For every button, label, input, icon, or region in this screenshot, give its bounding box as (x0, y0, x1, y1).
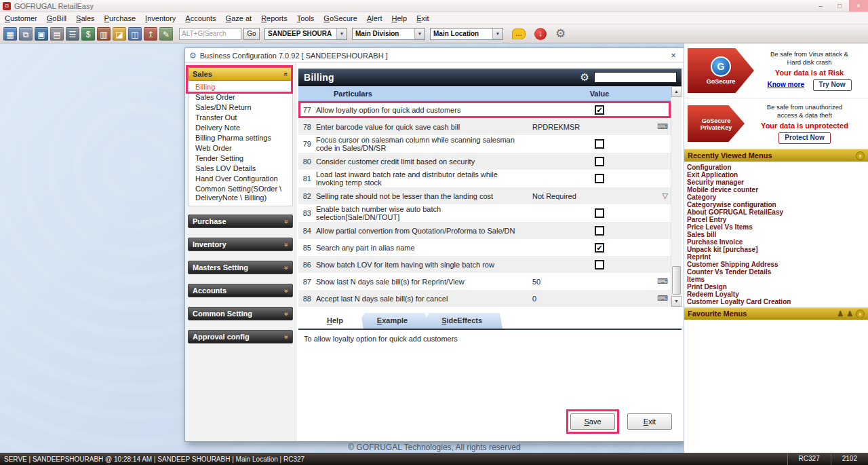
recent-menu-redeem-loyalty[interactable]: Redeem Loyalty (687, 291, 868, 298)
value-checkbox[interactable]: ✔ (595, 105, 604, 115)
menu-alert[interactable]: Alert (362, 14, 387, 22)
value-text[interactable]: 0 (528, 295, 536, 303)
value-text[interactable]: RPDREKMSR (528, 123, 580, 131)
value-text[interactable]: Not Required (528, 192, 576, 200)
tab-help[interactable]: Help (304, 313, 363, 329)
sidebar-item-tender-setting[interactable]: Tender Setting (189, 153, 292, 164)
currency-icon[interactable]: $ (81, 27, 95, 41)
know-more-link[interactable]: Know more (768, 81, 804, 88)
sales-bill-icon[interactable]: ▦ (3, 27, 17, 41)
menu-gosecure[interactable]: GoSecure (319, 14, 362, 22)
edit-icon[interactable]: ⌨ (657, 122, 668, 131)
menu-exit[interactable]: Exit (412, 14, 433, 22)
accordion-masters-setting[interactable]: Masters Setting« (188, 261, 293, 274)
sidebar-item-delivery-note[interactable]: Delivery Note (189, 123, 292, 133)
menu-tools[interactable]: Tools (292, 14, 319, 22)
tab-sideeffects[interactable]: SideEffects (418, 313, 502, 329)
dropdown-icon[interactable]: ▽ (663, 191, 668, 200)
scrollbar-track[interactable] (671, 97, 682, 296)
try-now-button[interactable]: Try Now (813, 79, 852, 91)
sidebar-item-sales-order[interactable]: Sales Order (189, 92, 292, 103)
sidebar-item-sales-dn-return[interactable]: Sales/DN Return (189, 103, 292, 113)
settings-gear-icon[interactable]: ⚙ (555, 27, 566, 41)
recent-menu-exit-application[interactable]: Exit Application (687, 171, 868, 179)
value-checkbox[interactable] (595, 139, 604, 149)
section-gear-icon[interactable]: ⚙ (580, 71, 589, 83)
favourite-user-icon[interactable]: ♟ (837, 310, 844, 318)
sidebar-item-billing[interactable]: Billing (189, 82, 292, 92)
favourite-user-icon[interactable]: ♟ (846, 310, 853, 318)
accordion-purchase[interactable]: Purchase« (188, 215, 293, 228)
maximize-icon[interactable]: □ (830, 0, 849, 12)
recent-menu-print-design[interactable]: Print Design (687, 283, 868, 291)
save-button[interactable]: Save (570, 413, 615, 430)
day-book-icon[interactable]: ▥ (97, 27, 111, 41)
scrollbar-thumb[interactable] (672, 266, 681, 295)
accordion-approval-config[interactable]: Approval config« (188, 330, 293, 343)
edit-icon[interactable]: ⌨ (657, 277, 668, 286)
accordion-common-setting[interactable]: Common Setting« (188, 307, 293, 320)
sidebar-item-billing-pharma-settings[interactable]: Billing Pharma settings (189, 133, 292, 143)
recent-menu-sales-bill[interactable]: Sales bill (687, 231, 868, 238)
recent-menu-reprint[interactable]: Reprint (687, 253, 868, 261)
menu-sales[interactable]: Sales (71, 14, 100, 22)
exit-icon[interactable]: ↥ (144, 27, 157, 41)
sales-chart-icon[interactable]: ◫ (128, 27, 142, 41)
config-search-input[interactable] (594, 72, 677, 83)
recent-menu-counter-vs-tender-details[interactable]: Counter Vs Tender Details (687, 268, 868, 276)
recent-menu-mobile-device-counter[interactable]: Mobile device counter (687, 186, 868, 193)
division-dropdown[interactable]: Main Division ▼ (352, 28, 425, 40)
touch-pos-icon[interactable]: ▣ (35, 27, 48, 41)
value-checkbox[interactable] (595, 174, 604, 183)
recent-menu-configuration[interactable]: Configuration (687, 164, 868, 171)
scroll-down-icon[interactable]: ▼ (671, 296, 682, 307)
collapse-chevron-icon[interactable]: « (856, 151, 865, 160)
search-input[interactable] (179, 28, 241, 40)
chat-icon[interactable]: … (512, 29, 526, 39)
menu-purchase[interactable]: Purchase (100, 14, 140, 22)
recent-menu-customer-shipping-address[interactable]: Customer Shipping Address (687, 261, 868, 268)
recent-menu-categorywise-configuration[interactable]: Categorywise configuration (687, 201, 868, 208)
user-dropdown[interactable]: SANDEEP SHOURA ▼ (264, 28, 347, 40)
value-checkbox[interactable] (595, 208, 604, 218)
sidebar-item-transfer-out[interactable]: Transfer Out (189, 113, 292, 123)
cash-register-icon[interactable]: ▤ (50, 27, 64, 41)
recent-menu-items[interactable]: Items (687, 276, 868, 283)
recent-menu-category[interactable]: Category (687, 193, 868, 201)
table-scrollbar[interactable]: ▲ ▼ (671, 86, 682, 307)
recent-menu-price-level-vs-items[interactable]: Price Level Vs Items (687, 223, 868, 231)
sidebar-item-web-order[interactable]: Web Order (189, 143, 292, 153)
recent-menu-parcel-entry[interactable]: Parcel Entry (687, 216, 868, 223)
collapse-chevron-icon[interactable]: « (856, 310, 865, 318)
go-button[interactable]: Go (243, 28, 260, 40)
scroll-up-icon[interactable]: ▲ (671, 86, 682, 97)
update-download-icon[interactable]: ↓ (534, 28, 547, 40)
bill-copy-icon[interactable]: ⧉ (19, 27, 33, 41)
recent-menu-security-manager[interactable]: Security manager (687, 179, 868, 186)
folder-icon[interactable]: ◪ (113, 27, 126, 41)
menu-gaze-at[interactable]: Gaze at (221, 14, 257, 22)
edit-icon[interactable]: ⌨ (657, 294, 668, 303)
sidebar-item-common-setting-sorder-deliverynote-billing[interactable]: Common Setting(SOrder \ DeliveryNote \ B… (189, 184, 292, 203)
dialog-close-icon[interactable]: × (667, 50, 679, 60)
value-text[interactable]: 50 (528, 278, 540, 286)
accordion-sales[interactable]: Sales « (188, 67, 293, 81)
printer-icon[interactable]: ☰ (66, 27, 79, 41)
sidebar-item-hand-over-configuration[interactable]: Hand Over Configuration (189, 174, 292, 184)
value-checkbox[interactable] (595, 226, 604, 236)
menu-help[interactable]: Help (387, 14, 412, 22)
location-dropdown[interactable]: Main Location ▼ (430, 28, 503, 40)
protect-now-button[interactable]: Protect Now (778, 132, 830, 144)
exit-button[interactable]: Exit (627, 413, 672, 430)
menu-customer[interactable]: Customer (0, 14, 42, 22)
menu-inventory[interactable]: Inventory (140, 14, 180, 22)
menu-gobill[interactable]: GoBill (42, 14, 71, 22)
recent-menu-unpack-kit-purchase[interactable]: Unpack kit [purchase] (687, 246, 868, 253)
notes-icon[interactable]: ✎ (159, 27, 173, 41)
value-checkbox[interactable] (595, 157, 604, 166)
close-icon[interactable]: × (849, 0, 868, 12)
recent-menu-customer-loyalty-card-creation[interactable]: Customer Loyalty Card Creation (687, 298, 868, 305)
value-checkbox[interactable] (595, 260, 604, 269)
value-checkbox[interactable]: ✔ (595, 243, 604, 253)
minimize-icon[interactable]: – (811, 0, 830, 12)
